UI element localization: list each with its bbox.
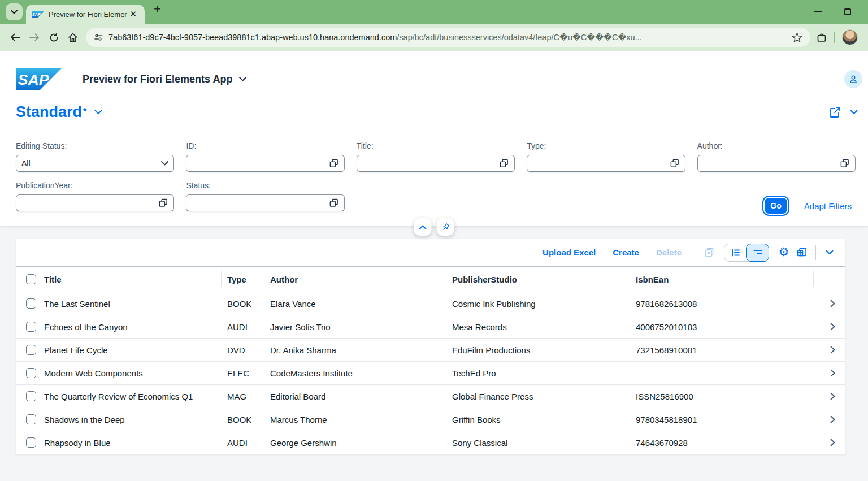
url-text: 7ab63f61-d9c7-4bcf-9057-beead39881c1.aba… <box>108 33 792 42</box>
variant-management: Standard* <box>0 95 868 124</box>
bookmark-star-icon[interactable] <box>792 32 802 42</box>
browser-tab[interactable]: SAP Preview for Fiori Elements App ✕ <box>26 5 145 24</box>
svg-text:SAP: SAP <box>32 12 41 17</box>
column-header-publisherstudio[interactable]: PublisherStudio <box>446 271 630 287</box>
window-minimize-button[interactable] <box>814 11 822 12</box>
table-row[interactable]: Modern Web Components ELEC CodeMasters I… <box>16 362 845 385</box>
cell-type: MAG <box>222 392 264 401</box>
reload-button[interactable] <box>44 28 63 47</box>
adapt-filters-link[interactable]: Adapt Filters <box>804 201 852 211</box>
row-checkbox[interactable] <box>26 414 36 424</box>
new-tab-button[interactable]: + <box>154 2 161 20</box>
go-button[interactable]: Go <box>765 198 787 214</box>
table-row[interactable]: Rhapsody in Blue AUDI George Gershwin So… <box>16 431 845 454</box>
user-profile-button[interactable] <box>844 70 862 88</box>
forward-button[interactable] <box>25 28 44 47</box>
collapse-all-button[interactable] <box>746 244 769 262</box>
header-collapse-chevron-icon[interactable] <box>850 110 858 115</box>
row-navigation-chevron-icon[interactable] <box>830 346 835 354</box>
column-header-title[interactable]: Title <box>38 271 222 287</box>
cell-author: CodeMasters Institute <box>264 369 446 378</box>
publicationyear-input[interactable] <box>16 194 174 211</box>
row-navigation-chevron-icon[interactable] <box>830 439 835 447</box>
toolbar-separator <box>815 245 816 260</box>
app-title-chevron-icon[interactable] <box>239 77 246 81</box>
person-icon <box>848 74 858 84</box>
cell-type: DVD <box>222 345 264 355</box>
tab-search-button[interactable] <box>6 3 23 20</box>
table-row[interactable]: The Quarterly Review of Economics Q1 MAG… <box>16 385 845 408</box>
value-help-icon[interactable] <box>670 158 680 168</box>
url-bar[interactable]: 7ab63f61-d9c7-4bcf-9057-beead39881c1.aba… <box>86 28 810 47</box>
id-input[interactable] <box>186 155 344 172</box>
select-all-cell <box>16 274 38 284</box>
copy-button[interactable] <box>700 244 718 262</box>
editing-status-select[interactable]: All <box>16 155 174 172</box>
column-header-type[interactable]: Type <box>222 271 264 287</box>
row-checkbox[interactable] <box>26 345 36 355</box>
export-button[interactable] <box>793 244 811 262</box>
table-row[interactable]: Shadows in the Deep BOOK Marcus Thorne G… <box>16 408 845 431</box>
row-navigation-chevron-icon[interactable] <box>830 300 835 307</box>
row-navigation-chevron-icon[interactable] <box>830 323 835 331</box>
variant-chevron-icon[interactable] <box>94 110 102 115</box>
back-button[interactable] <box>6 28 25 47</box>
variant-dirty-marker: * <box>83 107 86 117</box>
reload-icon <box>49 33 59 42</box>
cell-author: Javier Solís Trio <box>264 322 446 332</box>
create-button[interactable]: Create <box>613 248 639 257</box>
home-button[interactable] <box>63 28 83 47</box>
select-all-checkbox[interactable] <box>26 274 36 284</box>
column-header-isbnean[interactable]: IsbnEan <box>630 271 814 287</box>
table-row[interactable]: The Last Sentinel BOOK Elara Vance Cosmi… <box>16 292 845 315</box>
value-help-icon[interactable] <box>158 198 168 208</box>
upload-excel-button[interactable]: Upload Excel <box>542 248 596 257</box>
content-area: Upload Excel Create Delete ⚙ <box>0 227 868 462</box>
cell-publisher: EduFilm Productions <box>446 345 630 355</box>
type-input[interactable] <box>527 155 685 172</box>
extensions-icon[interactable] <box>816 32 827 43</box>
filter-field-editing-status: Editing Status: All <box>16 141 174 172</box>
column-header-author[interactable]: Author <box>264 271 446 287</box>
row-checkbox[interactable] <box>26 391 36 401</box>
row-navigation-chevron-icon[interactable] <box>830 415 835 423</box>
row-checkbox[interactable] <box>26 322 36 332</box>
cell-isbn: 7321568910001 <box>630 345 814 355</box>
collapse-header-button[interactable] <box>414 218 432 236</box>
status-input[interactable] <box>186 194 344 211</box>
cell-author: George Gershwin <box>264 438 446 448</box>
title-input[interactable] <box>357 155 515 172</box>
toolbar-overflow-button[interactable] <box>821 244 839 262</box>
variant-title[interactable]: Standard <box>16 103 82 121</box>
row-navigation-chevron-icon[interactable] <box>830 369 835 377</box>
value-help-icon[interactable] <box>329 198 339 208</box>
table-row[interactable]: Planet Life Cycle DVD Dr. Anika Sharma E… <box>16 339 845 362</box>
value-help-icon[interactable] <box>499 158 509 168</box>
row-checkbox[interactable] <box>26 368 36 378</box>
row-checkbox[interactable] <box>26 437 36 448</box>
share-icon[interactable] <box>828 106 841 118</box>
row-checkbox[interactable] <box>26 298 36 309</box>
table-row[interactable]: Echoes of the Canyon AUDI Javier Solís T… <box>16 315 845 339</box>
delete-button[interactable]: Delete <box>656 248 682 257</box>
pin-header-button[interactable] <box>437 218 454 236</box>
tab-close-icon[interactable]: ✕ <box>127 9 139 19</box>
value-help-icon[interactable] <box>840 158 850 168</box>
row-navigation-chevron-icon[interactable] <box>830 392 835 400</box>
filter-field-title: Title: <box>357 141 515 172</box>
chevron-up-icon <box>419 225 427 229</box>
browser-profile-avatar[interactable] <box>842 29 858 45</box>
cell-type: AUDI <box>222 438 264 448</box>
cell-type: ELEC <box>222 369 264 378</box>
filter-field-publicationyear: PublicationYear: <box>16 181 174 211</box>
author-input[interactable] <box>697 155 856 172</box>
expand-all-button[interactable] <box>724 244 747 261</box>
collapse-all-icon <box>753 249 762 255</box>
pushpin-icon <box>440 222 450 232</box>
value-help-icon[interactable] <box>329 158 339 168</box>
table-settings-button[interactable]: ⚙ <box>775 244 793 262</box>
header-floating-buttons <box>414 218 454 236</box>
fiori-app: SAP Preview for Fiori Elements App Stand… <box>0 51 868 462</box>
cell-title: Planet Life Cycle <box>38 345 222 355</box>
window-maximize-button[interactable] <box>844 8 851 15</box>
